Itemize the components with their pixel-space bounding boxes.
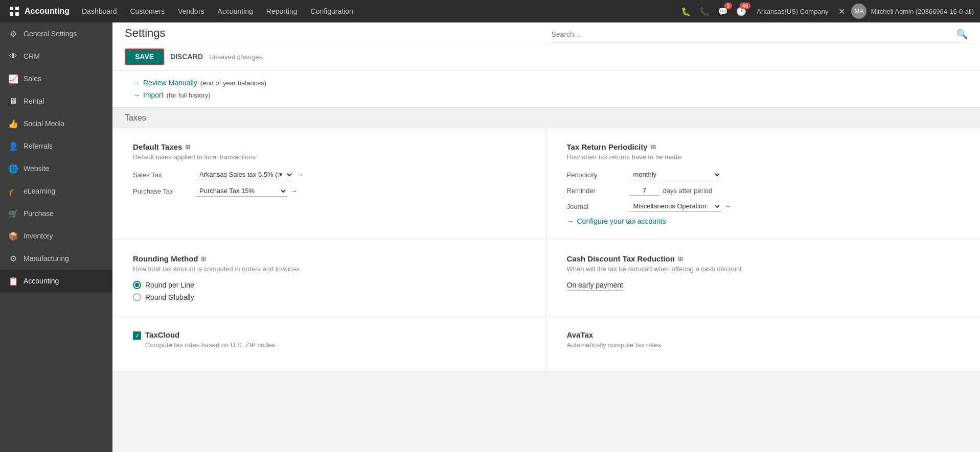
sidebar-item-accounting[interactable]: 📋 Accounting [0, 270, 112, 292]
journal-select[interactable]: Miscellaneous Operation: [629, 201, 721, 212]
nav-reporting[interactable]: Reporting [260, 4, 304, 18]
rounding-title: Rounding Method ⊞ [133, 254, 526, 263]
rounding-panel: Rounding Method ⊞ How total tax amount i… [112, 240, 546, 316]
tax-return-panel: Tax Return Periodicity ⊞ How often tax r… [546, 128, 981, 240]
reminder-input[interactable] [629, 185, 660, 196]
section-links: → Review Manually (end of year balances)… [112, 70, 980, 108]
settings-icon[interactable]: ✕ [836, 5, 847, 18]
referrals-icon: 👤 [8, 141, 18, 151]
round-per-line-option[interactable]: Round per Line [133, 281, 526, 289]
sidebar-label-sales: Sales [24, 75, 41, 83]
reminder-label: Reminder [567, 187, 623, 195]
search-icon[interactable]: 🔍 [956, 29, 968, 40]
sales-tax-label: Sales Tax [133, 171, 189, 179]
search-input[interactable] [552, 30, 957, 38]
default-taxes-desc: Default taxes applied to local transacti… [133, 153, 526, 161]
sidebar-item-social-media[interactable]: 👍 Social Media [0, 112, 112, 135]
avatax-panel: AvaTax Automatically compute tax rates [546, 316, 981, 372]
svg-rect-0 [10, 7, 13, 10]
user-name: Mitchell Admin (20366964-16-0-all) [871, 8, 974, 15]
sales-icon: 📈 [8, 74, 18, 84]
activity-badge: 46 [740, 3, 750, 9]
round-per-line-label: Round per Line [145, 281, 194, 289]
periodicity-row: Periodicity monthly [567, 169, 960, 180]
arrow-right-icon2: → [133, 91, 140, 99]
cash-discount-grid-icon: ⊞ [678, 255, 683, 263]
inventory-icon: 📦 [8, 231, 18, 241]
sales-tax-select[interactable]: Arkansas Sales tax 6.5% (:▾ [195, 169, 293, 180]
avatax-title: AvaTax [567, 330, 960, 339]
round-per-line-radio[interactable] [133, 281, 141, 289]
sidebar-label-referrals: Referrals [24, 142, 53, 150]
nav-accounting[interactable]: Accounting [212, 4, 259, 18]
taxcloud-panel: TaxCloud Compute tax rates based on U.S.… [112, 316, 546, 372]
nav-items: Dashboard Customers Vendors Accounting R… [76, 4, 677, 18]
round-globally-radio[interactable] [133, 293, 141, 301]
sidebar-label-rental: Rental [24, 97, 44, 105]
app-grid-icon[interactable] [6, 3, 22, 19]
periodicity-value: monthly [629, 169, 721, 180]
purchase-tax-value: Purchase Tax 15% → [195, 185, 298, 197]
taxcloud-checkbox[interactable] [133, 331, 141, 340]
cash-discount-title: Cash Discount Tax Reduction ⊞ [567, 254, 960, 263]
sidebar: ⚙ General Settings 👁 CRM 📈 Sales 🖥 Renta… [0, 22, 112, 452]
taxes-panels: Default Taxes ⊞ Default taxes applied to… [112, 128, 980, 372]
discard-button[interactable]: DISCARD [170, 53, 203, 61]
activity-icon[interactable]: 🕐 46 [734, 5, 748, 18]
configure-tax-accounts-link[interactable]: → Configure your tax accounts [567, 217, 960, 225]
avatar[interactable]: MA [851, 4, 867, 19]
nav-vendors[interactable]: Vendors [172, 4, 210, 18]
sidebar-label-purchase: Purchase [24, 209, 54, 218]
import-link[interactable]: → Import (for full history) [133, 91, 960, 99]
phone-icon[interactable]: 📞 [697, 5, 712, 18]
import-text[interactable]: Import [143, 91, 164, 99]
default-taxes-panel: Default Taxes ⊞ Default taxes applied to… [112, 128, 546, 240]
journal-value: Miscellaneous Operation: → [629, 201, 732, 212]
nav-configuration[interactable]: Configuration [305, 4, 359, 18]
website-icon: 🌐 [8, 163, 18, 174]
sidebar-item-manufacturing[interactable]: ⚙ Manufacturing [0, 247, 112, 270]
reminder-value: days after period [629, 185, 713, 196]
review-manually-desc: (end of year balances) [200, 79, 266, 87]
sidebar-item-website[interactable]: 🌐 Website [0, 157, 112, 180]
round-globally-option[interactable]: Round Globally [133, 293, 526, 301]
review-manually-text[interactable]: Review Manually [143, 79, 197, 87]
sidebar-label-website: Website [24, 164, 49, 173]
chat-badge: 9 [724, 3, 733, 9]
arrow-right-icon: → [133, 79, 140, 87]
journal-link-icon[interactable]: → [724, 202, 732, 210]
sidebar-item-sales[interactable]: 📈 Sales [0, 67, 112, 90]
sidebar-item-purchase[interactable]: 🛒 Purchase [0, 202, 112, 225]
rounding-desc: How total tax amount is computed in orde… [133, 265, 526, 273]
nav-customers[interactable]: Customers [124, 4, 171, 18]
sidebar-item-general-settings[interactable]: ⚙ General Settings [0, 22, 112, 45]
save-button[interactable]: SAVE [125, 49, 164, 65]
taxcloud-checkbox-item: TaxCloud Compute tax rates based on U.S.… [133, 330, 526, 357]
purchase-tax-select[interactable]: Purchase Tax 15% [195, 185, 287, 197]
configure-text[interactable]: Configure your tax accounts [577, 217, 666, 225]
sidebar-item-crm[interactable]: 👁 CRM [0, 45, 112, 67]
taxcloud-desc: Compute tax rates based on U.S. ZIP code… [145, 341, 275, 349]
periodicity-select[interactable]: monthly [629, 169, 721, 180]
purchase-tax-link-icon[interactable]: → [290, 187, 298, 195]
bug-icon[interactable]: 🐛 [679, 5, 693, 18]
sidebar-item-elearning[interactable]: 🎓 eLearning [0, 180, 112, 202]
rounding-grid-icon: ⊞ [201, 255, 206, 263]
sales-tax-link-icon[interactable]: → [297, 171, 304, 179]
chat-icon[interactable]: 💬 9 [716, 5, 730, 18]
configure-arrow: → [567, 217, 574, 225]
sidebar-label-manufacturing: Manufacturing [24, 254, 69, 263]
crm-icon: 👁 [8, 51, 18, 61]
sidebar-item-rental[interactable]: 🖥 Rental [0, 90, 112, 112]
tax-return-desc: How often tax returns have to be made [567, 153, 960, 161]
content-area: Settings 🔍 SAVE DISCARD Unsaved changes … [112, 22, 980, 452]
sales-tax-row: Sales Tax Arkansas Sales tax 6.5% (:▾ → [133, 169, 526, 180]
nav-dashboard[interactable]: Dashboard [76, 4, 123, 18]
sidebar-item-inventory[interactable]: 📦 Inventory [0, 225, 112, 247]
sidebar-item-referrals[interactable]: 👤 Referrals [0, 135, 112, 157]
days-text: days after period [663, 187, 713, 195]
journal-row: Journal Miscellaneous Operation: → [567, 201, 960, 212]
review-manually-link[interactable]: → Review Manually (end of year balances) [133, 79, 960, 87]
purchase-tax-row: Purchase Tax Purchase Tax 15% → [133, 185, 526, 197]
general-settings-icon: ⚙ [8, 29, 18, 39]
